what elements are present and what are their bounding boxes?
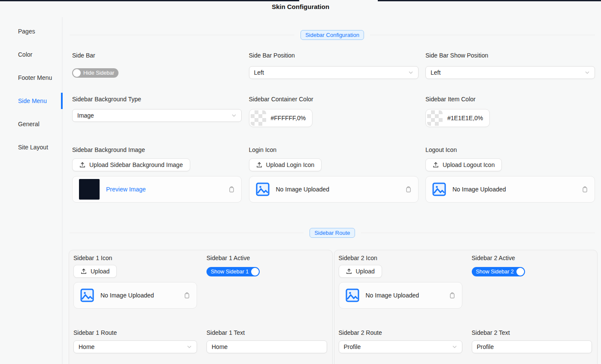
sidebar-container-color-field: Sidebar Container Color #FFFFFF,0% xyxy=(249,95,419,127)
no-image-text: No Image Uploaded xyxy=(366,292,419,299)
chevron-down-icon xyxy=(187,344,192,349)
logout-icon-label: Logout Icon xyxy=(425,146,595,154)
divider-line xyxy=(70,233,304,233)
sidebar-2-card: Sidebar 2 Icon Upload No Image Uploaded xyxy=(334,250,598,364)
sidebar-route-badge: Sidebar Route xyxy=(310,228,355,238)
upload-button-label: Upload xyxy=(91,268,109,275)
show-sidebar-2-switch[interactable]: Show Sidebar 2 xyxy=(472,267,525,276)
side-bar-label: Side Bar xyxy=(72,51,242,60)
upload-icon xyxy=(346,268,352,274)
trash-icon xyxy=(582,186,588,193)
no-image-text: No Image Uploaded xyxy=(276,186,330,193)
sidebar-2-active-field: Sidebar 2 Active Show Sidebar 2 xyxy=(472,254,592,309)
image-placeholder-icon xyxy=(346,288,359,302)
sidebar-2-icon-field: Sidebar 2 Icon Upload No Image Uploaded xyxy=(339,254,462,309)
transparent-color-swatch xyxy=(427,110,443,126)
sidebar-1-route-select[interactable]: Home xyxy=(73,340,197,353)
delete-image-button[interactable] xyxy=(449,292,455,299)
image-thumbnail xyxy=(79,179,100,200)
sidebar-2-text-field: Sidebar 2 Text xyxy=(472,309,592,353)
sidebar-item-color-field: Sidebar Item Color #1E1E1E,0% xyxy=(425,95,595,127)
sidebar-item-color-label: Sidebar Item Color xyxy=(425,95,595,103)
transparent-color-swatch xyxy=(251,110,266,126)
sidebar-background-type-select[interactable]: Image xyxy=(72,109,242,122)
sidebar-1-icon-label: Sidebar 1 Icon xyxy=(73,254,197,262)
switch-label: Show Sidebar 2 xyxy=(476,269,514,275)
select-value: Home xyxy=(79,343,187,350)
top-accent-bar-right xyxy=(378,0,601,1)
upload-button-label: Upload Logout Icon xyxy=(443,161,495,168)
skin-configuration-page: { "page": { "title": "Skin Configuration… xyxy=(0,0,601,364)
delete-image-button[interactable] xyxy=(184,292,190,299)
upload-icon xyxy=(256,162,262,168)
upload-button-label: Upload Sidebar Background Image xyxy=(89,161,183,168)
sidebar-1-text-field: Sidebar 1 Text xyxy=(206,309,327,353)
main-layout: Pages Color Footer Menu Side Menu Genera… xyxy=(0,17,601,364)
chevron-down-icon xyxy=(585,70,590,75)
logout-icon-preview-box: No Image Uploaded xyxy=(425,176,595,203)
logout-icon-field: Logout Icon Upload Logout Icon No Image … xyxy=(425,146,595,203)
sidebar-2-route-field: Sidebar 2 Route Profile xyxy=(339,309,462,353)
select-value: Left xyxy=(254,69,408,76)
sidebar-background-image-preview-box: Preview Image xyxy=(72,176,242,203)
select-value: Left xyxy=(431,69,585,76)
sidebar-2-route-label: Sidebar 2 Route xyxy=(339,328,462,337)
sidebar-2-icon-label: Sidebar 2 Icon xyxy=(339,254,462,262)
switch-knob xyxy=(73,69,81,77)
trash-icon xyxy=(184,292,190,299)
upload-logout-icon-button[interactable]: Upload Logout Icon xyxy=(425,158,502,171)
upload-sidebar-background-image-button[interactable]: Upload Sidebar Background Image xyxy=(72,158,190,171)
upload-icon xyxy=(433,162,439,168)
login-icon-label: Login Icon xyxy=(249,146,419,154)
trash-icon xyxy=(228,186,235,193)
tab-site-layout[interactable]: Site Layout xyxy=(0,136,62,159)
upload-button-label: Upload Login Icon xyxy=(266,161,315,168)
sidebar-item-color-picker[interactable]: #1E1E1E,0% xyxy=(425,109,490,127)
color-value: #FFFFFF,0% xyxy=(271,115,306,121)
sidebar-background-image-label: Sidebar Background Image xyxy=(72,146,242,154)
switch-knob xyxy=(516,268,524,276)
upload-icon xyxy=(79,162,85,168)
sidebar-1-text-label: Sidebar 1 Text xyxy=(206,328,327,337)
trash-icon xyxy=(405,186,412,193)
tab-side-menu[interactable]: Side Menu xyxy=(0,89,62,112)
delete-image-button[interactable] xyxy=(582,186,588,193)
color-value: #1E1E1E,0% xyxy=(447,115,483,121)
sidebar-1-upload-button[interactable]: Upload xyxy=(73,265,117,278)
sidebar-1-text-input[interactable] xyxy=(206,340,327,353)
tab-footer-menu[interactable]: Footer Menu xyxy=(0,66,62,89)
side-bar-position-field: Side Bar Position Left xyxy=(249,51,419,79)
upload-login-icon-button[interactable]: Upload Login Icon xyxy=(249,158,322,171)
delete-image-button[interactable] xyxy=(228,186,235,193)
chevron-down-icon xyxy=(231,113,237,118)
divider-line xyxy=(370,35,595,35)
top-accent-bar-left xyxy=(0,0,299,1)
select-value: Image xyxy=(77,112,231,119)
switch-label: Show Sidebar 1 xyxy=(211,269,249,275)
side-bar-field: Side Bar Hide Sidebar xyxy=(72,51,242,79)
show-sidebar-1-switch[interactable]: Show Sidebar 1 xyxy=(206,267,260,276)
side-bar-show-position-select[interactable]: Left xyxy=(425,66,595,79)
hide-sidebar-switch[interactable]: Hide Sidebar xyxy=(72,68,118,78)
sidebar-2-text-input[interactable] xyxy=(472,340,592,353)
tab-pages[interactable]: Pages xyxy=(0,20,62,43)
sidebar-2-route-select[interactable]: Profile xyxy=(339,340,462,353)
switch-label: Hide Sidebar xyxy=(83,70,114,76)
no-image-text: No Image Uploaded xyxy=(452,186,506,193)
tab-color[interactable]: Color xyxy=(0,43,62,66)
tab-general[interactable]: General xyxy=(0,112,62,136)
sidebar-configuration-badge: Sidebar Configuration xyxy=(300,30,364,40)
image-placeholder-icon xyxy=(80,288,94,302)
sidebar-2-upload-button[interactable]: Upload xyxy=(339,265,382,278)
sidebar-2-icon-preview-box: No Image Uploaded xyxy=(339,282,462,309)
sidebar-container-color-picker[interactable]: #FFFFFF,0% xyxy=(249,109,313,127)
upload-icon xyxy=(81,268,87,274)
chevron-down-icon xyxy=(452,344,457,349)
login-icon-field: Login Icon Upload Login Icon No Image Up… xyxy=(249,146,419,203)
delete-image-button[interactable] xyxy=(405,186,412,193)
image-placeholder-icon xyxy=(432,182,446,196)
side-bar-show-position-field: Side Bar Show Position Left xyxy=(425,51,595,79)
side-bar-position-select[interactable]: Left xyxy=(249,66,419,79)
sidebar-1-active-label: Sidebar 1 Active xyxy=(206,254,327,262)
preview-image-link[interactable]: Preview Image xyxy=(106,186,146,193)
